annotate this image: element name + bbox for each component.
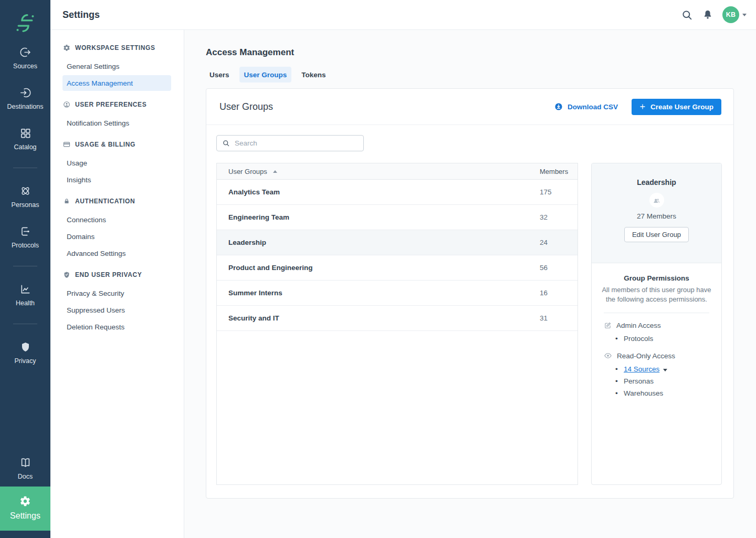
nav-group-usage-billing: USAGE & BILLING Usage Insights	[50, 139, 184, 188]
group-name-cell: Summer Interns	[217, 289, 540, 297]
column-label: User Groups	[228, 168, 267, 175]
table-row-selected[interactable]: Leadership 24	[217, 230, 578, 255]
table-row[interactable]: Product and Engineering 56	[217, 255, 578, 281]
tab-tokens[interactable]: Tokens	[297, 67, 330, 82]
permissions-description: All members of this user group have the …	[601, 285, 712, 304]
user-groups-table: User Groups Members Analytics Team 175 E…	[216, 163, 578, 485]
readonly-access-items: 14 Sources Personas Warehouses	[604, 365, 721, 397]
sidebar-item-sources[interactable]: Sources	[0, 46, 50, 70]
permission-item: Warehouses	[604, 389, 721, 397]
sidebar-item-catalog[interactable]: Catalog	[0, 127, 50, 151]
nav-group-workspace-settings: WORKSPACE SETTINGS General Settings Acce…	[50, 43, 184, 91]
column-header-members[interactable]: Members	[540, 168, 578, 175]
tab-user-groups[interactable]: User Groups	[239, 67, 292, 82]
gear-icon	[63, 44, 70, 51]
sidebar-item-label: Sources	[13, 63, 37, 70]
sidebar-item-privacy[interactable]: Privacy	[0, 341, 50, 365]
sidebar-item-destinations[interactable]: Destinations	[0, 87, 50, 110]
search-icon[interactable]	[681, 9, 693, 21]
nav-divider	[13, 324, 37, 324]
page-title: Settings	[62, 9, 100, 20]
members-cell: 31	[540, 314, 578, 322]
panel-body: User Groups Members Analytics Team 175 E…	[206, 125, 733, 495]
sidebar-item-suppressed-users[interactable]: Suppressed Users	[50, 302, 184, 318]
table-row[interactable]: Security and IT 31	[217, 306, 578, 331]
sidebar-bottom: Docs Settings	[0, 457, 50, 538]
members-cell: 175	[540, 188, 578, 196]
sidebar-item-label: Personas	[12, 201, 39, 209]
lock-icon	[63, 198, 70, 205]
group-name: Leadership	[592, 178, 721, 187]
sidebar-item-protocols[interactable]: Protocols	[0, 225, 50, 249]
permission-item: Protocols	[604, 335, 721, 343]
avatar[interactable]: KB	[722, 6, 739, 23]
sidebar-item-label: Destinations	[7, 103, 44, 110]
panel-title: User Groups	[219, 101, 273, 112]
sidebar-item-connections[interactable]: Connections	[50, 212, 184, 227]
sidebar-item-docs[interactable]: Docs	[0, 457, 50, 480]
sidebar-item-deletion-requests[interactable]: Deletion Requests	[50, 319, 184, 335]
search-box[interactable]	[216, 135, 364, 151]
nav-group-title: USER PREFERENCES	[75, 101, 146, 108]
download-csv-link[interactable]: Download CSV	[554, 102, 618, 111]
group-summary: Leadership 27 Members Edit User Group	[592, 163, 721, 263]
nav-group-header: END USER PRIVACY	[50, 270, 184, 280]
download-icon	[554, 102, 563, 111]
chevron-down-icon[interactable]	[663, 369, 667, 371]
nav-divider	[13, 266, 37, 266]
group-permissions: Group Permissions All members of this us…	[592, 263, 721, 397]
sidebar-item-label: Catalog	[14, 143, 36, 151]
user-menu[interactable]: KB	[722, 6, 747, 23]
gear-icon	[19, 495, 31, 507]
nav-group-title: WORKSPACE SETTINGS	[75, 44, 155, 51]
table-row[interactable]: Analytics Team 175	[217, 180, 578, 205]
sidebar-item-general-settings[interactable]: General Settings	[50, 58, 184, 74]
group-name-cell: Leadership	[217, 239, 540, 246]
sidebar-item-insights[interactable]: Insights	[50, 172, 184, 188]
settings-sidebar: WORKSPACE SETTINGS General Settings Acce…	[50, 30, 184, 538]
column-header-user-groups[interactable]: User Groups	[217, 168, 540, 175]
group-name-cell: Analytics Team	[217, 188, 540, 196]
sidebar-item-advanced-settings[interactable]: Advanced Settings	[50, 245, 184, 261]
permission-item: Personas	[604, 377, 721, 385]
sidebar-item-settings-active[interactable]: Settings	[0, 487, 50, 531]
people-icon	[652, 196, 661, 205]
sidebar-item-notification-settings[interactable]: Notification Settings	[50, 115, 184, 131]
health-icon	[19, 283, 32, 295]
sidebar-item-health[interactable]: Health	[0, 283, 50, 307]
nav-group-authentication: AUTHENTICATION Connections Domains Advan…	[50, 196, 184, 261]
edit-pencil-icon	[604, 322, 612, 329]
plus-icon	[639, 104, 646, 110]
nav-group-header: WORKSPACE SETTINGS	[50, 43, 184, 53]
nav-group-end-user-privacy: END USER PRIVACY Privacy & Security Supp…	[50, 270, 184, 335]
nav-divider	[13, 168, 37, 168]
sidebar-item-privacy-security[interactable]: Privacy & Security	[50, 285, 184, 301]
edit-user-group-button[interactable]: Edit User Group	[624, 227, 689, 242]
notifications-bell-icon[interactable]	[702, 9, 713, 20]
panel-actions: Download CSV Create User Group	[554, 99, 721, 115]
create-user-group-button[interactable]: Create User Group	[632, 99, 721, 115]
nav-group-header: AUTHENTICATION	[50, 196, 184, 206]
privacy-shield-icon	[19, 341, 32, 353]
top-bar: Settings KB	[50, 0, 756, 30]
chevron-down-icon[interactable]	[742, 14, 747, 16]
readonly-access-block: Read-Only Access 14 Sources Personas War…	[592, 351, 721, 397]
search-icon	[222, 139, 230, 147]
tab-users[interactable]: Users	[205, 67, 234, 82]
readonly-access-header: Read-Only Access	[604, 351, 721, 360]
segment-logo[interactable]	[0, 0, 50, 46]
sidebar-item-label: Privacy	[15, 357, 36, 365]
members-cell: 56	[540, 264, 578, 272]
sidebar-item-access-management[interactable]: Access Management	[62, 75, 171, 91]
personas-icon	[19, 185, 32, 197]
panel-header: User Groups Download CSV Create User	[206, 89, 733, 125]
search-input[interactable]	[235, 139, 358, 147]
table-row[interactable]: Summer Interns 16	[217, 281, 578, 306]
sidebar-item-personas[interactable]: Personas	[0, 185, 50, 209]
table-row[interactable]: Engineering Team 32	[217, 205, 578, 230]
sidebar-item-usage[interactable]: Usage	[50, 155, 184, 171]
member-count: 27 Members	[592, 212, 721, 220]
sidebar-item-domains[interactable]: Domains	[50, 229, 184, 244]
eye-icon	[604, 351, 612, 360]
sources-count-link[interactable]: 14 Sources	[624, 365, 659, 373]
